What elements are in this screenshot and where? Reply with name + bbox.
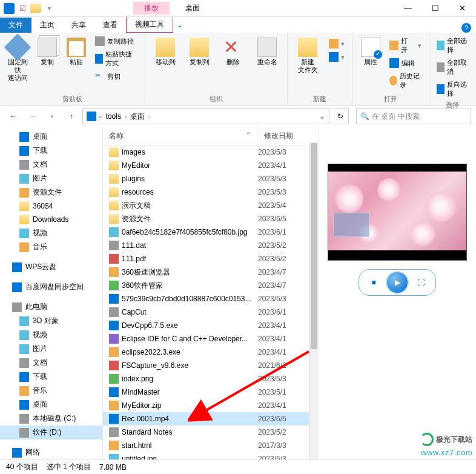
file-row[interactable]: CapCut2023/6/1 bbox=[103, 305, 319, 319]
file-row[interactable]: 0af6eb24c5182e7f405855fc5fcf80b.jpg2023/… bbox=[103, 225, 319, 239]
invert-selection-button[interactable]: 反向选择 bbox=[434, 79, 471, 99]
paste-button[interactable]: 粘贴 bbox=[64, 35, 89, 68]
recent-dropdown[interactable]: ▾ bbox=[44, 108, 61, 125]
properties-button[interactable]: ✓属性 bbox=[357, 35, 383, 68]
contextual-tab-play[interactable]: 播放 bbox=[133, 2, 170, 15]
file-row[interactable]: 360极速浏览器2023/4/7 bbox=[103, 265, 319, 279]
tab-share[interactable]: 共享 bbox=[63, 18, 94, 33]
tree-item-icon bbox=[19, 330, 29, 340]
tree-item[interactable]: 视频 bbox=[0, 226, 102, 240]
file-row[interactable]: plugins2023/5/3 bbox=[103, 172, 319, 185]
stop-button[interactable]: ■ bbox=[368, 276, 380, 289]
file-row[interactable]: resources2023/5/3 bbox=[103, 185, 319, 199]
cut-button[interactable]: ✂剪切 bbox=[93, 70, 140, 82]
tree-item[interactable]: Downloads bbox=[0, 213, 102, 226]
open-button[interactable]: 打开▾ bbox=[387, 35, 424, 56]
file-row[interactable]: 360软件管家2023/4/7 bbox=[103, 279, 319, 292]
preview-video[interactable] bbox=[328, 164, 467, 261]
file-row[interactable]: 111.pdf2023/5/2 bbox=[103, 252, 319, 265]
file-row[interactable]: eclipse2022.3.exe2023/4/1 bbox=[103, 345, 319, 359]
tree-item[interactable]: 360$4 bbox=[0, 199, 102, 213]
qat-checkbox-icon[interactable]: ☑ bbox=[17, 4, 28, 13]
search-box[interactable]: 🔍 在 桌面 中搜索 bbox=[356, 108, 471, 124]
forward-button[interactable]: → bbox=[24, 108, 41, 125]
qat-folder-icon[interactable] bbox=[30, 4, 41, 13]
edit-button[interactable]: 编辑 bbox=[387, 57, 424, 69]
file-row[interactable]: Standard Notes2023/5/2 bbox=[103, 426, 319, 439]
history-button[interactable]: 历史记录 bbox=[387, 70, 424, 91]
file-list-body[interactable]: images2023/5/3MyEditor2023/4/1plugins202… bbox=[103, 145, 319, 467]
tab-home[interactable]: 主页 bbox=[31, 18, 63, 33]
up-button[interactable]: ↑ bbox=[63, 108, 80, 125]
pin-quick-access-button[interactable]: 固定到快 速访问 bbox=[5, 35, 30, 85]
move-to-button[interactable]: 移动到 bbox=[150, 35, 180, 68]
tree-item[interactable]: 下载 bbox=[0, 370, 102, 384]
file-row[interactable]: Rec 0001.mp42023/6/5 bbox=[103, 412, 319, 426]
file-row[interactable]: MyEditor.zip2023/4/1 bbox=[103, 399, 319, 412]
tree-item[interactable]: 音乐 bbox=[0, 384, 102, 398]
select-all-button[interactable]: 全部选择 bbox=[434, 35, 471, 56]
file-row[interactable]: MindMaster2023/5/1 bbox=[103, 386, 319, 399]
tree-item[interactable]: 桌面 bbox=[0, 398, 102, 412]
file-row[interactable]: 演示文稿2023/5/4 bbox=[103, 199, 319, 212]
tree-item[interactable]: 文档 bbox=[0, 158, 102, 172]
scrollbar[interactable] bbox=[309, 142, 319, 467]
fullscreen-button[interactable]: ⛶ bbox=[415, 276, 427, 289]
file-row[interactable]: FSCapture_v9.6.exe2021/6/2 bbox=[103, 359, 319, 372]
tree-item[interactable]: 音乐 bbox=[0, 240, 102, 254]
rename-button[interactable]: 重命名 bbox=[252, 35, 282, 68]
file-row[interactable]: images2023/5/3 bbox=[103, 145, 319, 159]
tree-item[interactable]: 本地磁盘 (C:) bbox=[0, 412, 102, 426]
tree-item[interactable]: 文档 bbox=[0, 356, 102, 370]
paste-shortcut-button[interactable]: 粘贴快捷方式 bbox=[93, 48, 140, 69]
tab-video-tools[interactable]: 视频工具 bbox=[126, 17, 173, 33]
file-row[interactable]: index.png2023/5/3 bbox=[103, 372, 319, 386]
new-folder-button[interactable]: 新建 文件夹 bbox=[293, 35, 323, 76]
minimize-button[interactable]: — bbox=[394, 0, 421, 17]
copy-path-button[interactable]: 复制路径 bbox=[93, 35, 140, 47]
delete-button[interactable]: ✕删除 bbox=[218, 35, 248, 68]
file-row[interactable]: MyEditor2023/4/1 bbox=[103, 159, 319, 172]
maximize-button[interactable]: ☐ bbox=[421, 0, 449, 17]
scrollbar-thumb[interactable] bbox=[311, 143, 317, 349]
crumb-tools[interactable]: tools bbox=[105, 112, 122, 121]
back-button[interactable]: ← bbox=[5, 108, 22, 125]
tree-item[interactable]: 桌面 bbox=[0, 130, 102, 144]
refresh-button[interactable]: ↻ bbox=[332, 108, 349, 124]
new-item-button[interactable]: ▾ bbox=[326, 38, 347, 50]
tree-item[interactable]: WPS云盘 bbox=[0, 260, 102, 274]
help-icon[interactable]: ? bbox=[461, 23, 471, 33]
collapse-ribbon-icon[interactable]: ⌃ bbox=[173, 24, 187, 33]
tree-item-icon bbox=[19, 146, 29, 156]
tree-item[interactable]: 此电脑 bbox=[0, 300, 102, 314]
crumb-desktop[interactable]: 桌面 bbox=[129, 112, 146, 122]
tree-item[interactable]: 资源文件 bbox=[0, 185, 102, 199]
address-bar[interactable]: « tools › 桌面 › ⌄ bbox=[82, 108, 329, 124]
address-dropdown-icon[interactable]: ⌄ bbox=[319, 112, 325, 121]
file-row[interactable]: Eclipse IDE for C and C++ Developer...20… bbox=[103, 332, 319, 345]
copy-to-button[interactable]: 复制到 bbox=[184, 35, 214, 68]
file-row[interactable]: 579c39c9cb7dbd0d108887c600c0153...2023/5… bbox=[103, 292, 319, 305]
file-row[interactable]: 资源文件2023/6/5 bbox=[103, 212, 319, 225]
file-row[interactable]: 111.dat2023/5/2 bbox=[103, 239, 319, 252]
select-none-button[interactable]: 全部取消 bbox=[434, 57, 471, 78]
tree-item[interactable]: 百度网盘同步空间 bbox=[0, 280, 102, 294]
column-name[interactable]: 名称⌃ bbox=[103, 127, 258, 145]
copy-button[interactable]: 复制 bbox=[34, 35, 59, 68]
qat-dropdown-icon[interactable]: ▾ bbox=[44, 4, 55, 13]
tree-item[interactable]: 图片 bbox=[0, 342, 102, 356]
easy-access-button[interactable]: ▾ bbox=[326, 51, 347, 63]
navigation-tree[interactable]: 桌面下载文档图片资源文件360$4Downloads视频音乐WPS云盘百度网盘同… bbox=[0, 127, 103, 467]
play-button[interactable]: ▶ bbox=[386, 271, 409, 294]
tree-item[interactable]: 3D 对象 bbox=[0, 314, 102, 328]
file-row[interactable]: DevCpp6.7.5.exe2023/4/1 bbox=[103, 319, 319, 332]
file-row[interactable]: start.html2017/3/3 bbox=[103, 439, 319, 452]
tree-item[interactable]: 图片 bbox=[0, 172, 102, 185]
tab-view[interactable]: 查看 bbox=[94, 18, 126, 33]
tree-item[interactable]: 网络 bbox=[0, 446, 102, 459]
tab-file[interactable]: 文件 bbox=[0, 18, 31, 33]
tree-item[interactable]: 视频 bbox=[0, 328, 102, 342]
tree-item[interactable]: 下载 bbox=[0, 144, 102, 158]
tree-item[interactable]: 软件 (D:) bbox=[0, 426, 102, 439]
close-button[interactable]: ✕ bbox=[449, 0, 476, 17]
